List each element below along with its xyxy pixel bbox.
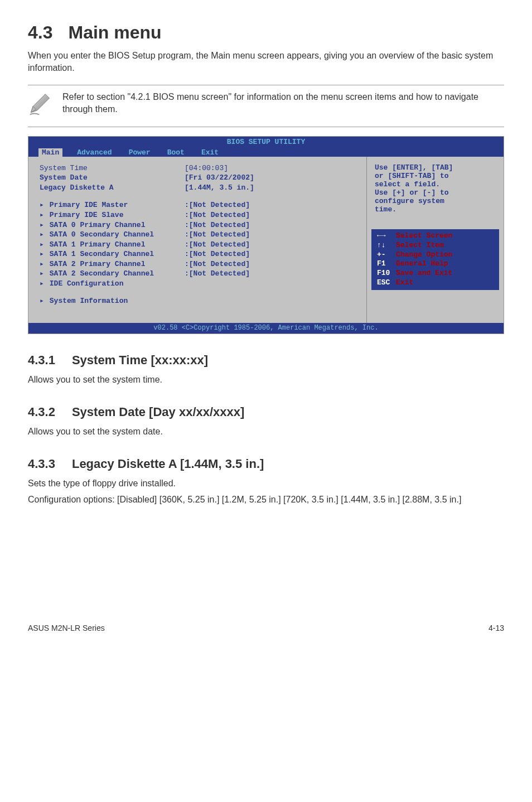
bios-label-text: SATA 0 Primary Channel <box>50 221 146 229</box>
bios-row: ▸ SATA 1 Primary Channel :[Not Detected] <box>40 240 361 250</box>
note-callout: Refer to section "4.2.1 BIOS menu screen… <box>28 85 504 127</box>
bios-row: ▸ Primary IDE Master :[Not Detected] <box>40 200 361 210</box>
bios-row: ▸ SATA 1 Secondary Channel :[Not Detecte… <box>40 249 361 259</box>
help-line: time. <box>375 205 498 214</box>
footer-right: 4-13 <box>489 624 504 632</box>
help-line: select a field. <box>375 180 498 189</box>
bios-screenshot: BIOS SETUP UTILITY Main Advanced Power B… <box>28 136 504 334</box>
bios-label-text: SATA 1 Primary Channel <box>50 240 146 249</box>
bios-label: ▸ SATA 0 Primary Channel <box>40 220 185 230</box>
submenu-arrow-icon: ▸ <box>40 210 45 220</box>
submenu-arrow-icon: ▸ <box>40 296 45 306</box>
bios-label: ▸ SATA 1 Primary Channel <box>40 240 185 250</box>
bios-row: ▸ SATA 0 Secondary Channel :[Not Detecte… <box>40 230 361 240</box>
bios-header: BIOS SETUP UTILITY Main Advanced Power B… <box>28 137 504 157</box>
section-heading: 4.3Main menu <box>28 22 504 43</box>
help-key-text: Select Screen <box>396 231 452 241</box>
bios-value: :[Not Detected] <box>185 249 361 259</box>
section-number: 4.3 <box>28 22 52 43</box>
bios-value: :[Not Detected] <box>185 220 361 230</box>
help-line: Use [ENTER], [TAB] <box>375 163 498 172</box>
footer-left: ASUS M2N-LR Series <box>28 624 105 632</box>
page-footer: ASUS M2N-LR Series 4-13 <box>28 624 504 632</box>
subsection-number: 4.3.3 <box>28 457 55 471</box>
subsection-title-text: System Date [Day xx/xx/xxxx] <box>72 405 244 419</box>
bios-value: :[Not Detected] <box>185 200 361 210</box>
bios-value <box>185 296 361 306</box>
bios-label: ▸ SATA 1 Secondary Channel <box>40 249 185 259</box>
bios-title: BIOS SETUP UTILITY <box>28 138 504 146</box>
bios-tabs: Main Advanced Power Boot Exit <box>38 148 221 157</box>
pencil-icon <box>28 91 56 119</box>
help-key: F10 <box>375 269 394 278</box>
bios-label: Legacy Diskette A <box>40 183 185 193</box>
help-key: +- <box>375 250 394 260</box>
spacer <box>40 306 361 317</box>
bios-label-text: SATA 0 Secondary Channel <box>50 230 154 239</box>
help-key-row: F1General Help <box>375 259 496 269</box>
submenu-arrow-icon: ▸ <box>40 200 45 210</box>
bios-tab-boot: Boot <box>165 148 187 157</box>
submenu-arrow-icon: ▸ <box>40 279 45 289</box>
subsection-text: Allows you to set the system time. <box>28 373 504 386</box>
bios-tab-exit: Exit <box>199 148 221 157</box>
bios-left-panel: System Time [04:00:03] System Date [Fri … <box>28 157 367 323</box>
bios-row: ▸ SATA 0 Primary Channel :[Not Detected] <box>40 220 361 230</box>
bios-row: Legacy Diskette A [1.44M, 3.5 in.] <box>40 183 361 193</box>
spacer <box>40 192 361 200</box>
help-key-text: Select Item <box>396 241 444 250</box>
subsection-heading: 4.3.3Legacy Diskette A [1.44M, 3.5 in.] <box>28 457 504 471</box>
subsection-number: 4.3.2 <box>28 405 55 419</box>
help-key-text: Exit <box>396 278 413 288</box>
help-key-row: ↑↓Select Item <box>375 241 496 250</box>
help-key-text: Save and Exit <box>396 269 452 278</box>
bios-tab-main: Main <box>38 148 62 157</box>
bios-label: ▸ IDE Configuration <box>40 279 185 289</box>
bios-value: :[Not Detected] <box>185 230 361 240</box>
note-text: Refer to section "4.2.1 BIOS menu screen… <box>56 91 504 116</box>
bios-help-keys: ←→Select Screen ↑↓Select Item +-Change O… <box>371 229 499 290</box>
bios-row: ▸ SATA 2 Secondary Channel :[Not Detecte… <box>40 269 361 279</box>
help-key: F1 <box>375 259 394 269</box>
bios-label: ▸ SATA 0 Secondary Channel <box>40 230 185 240</box>
help-key-text: Change Option <box>396 250 452 260</box>
bios-label: System Date <box>40 173 185 183</box>
subsection-number: 4.3.1 <box>28 353 55 368</box>
bios-label-text: IDE Configuration <box>50 279 124 288</box>
submenu-arrow-icon: ▸ <box>40 249 45 259</box>
bios-value: [04:00:03] <box>185 163 361 173</box>
subsection-text: Sets the type of floppy drive installed. <box>28 477 504 490</box>
help-key-text: General Help <box>396 259 448 269</box>
bios-body: System Time [04:00:03] System Date [Fri … <box>28 157 504 323</box>
help-line: or [SHIFT-TAB] to <box>375 172 498 180</box>
subsection-text: Allows you to set the system date. <box>28 425 504 438</box>
bios-value: [1.44M, 3.5 in.] <box>185 183 361 193</box>
help-key-row: ESCExit <box>375 278 496 288</box>
submenu-arrow-icon: ▸ <box>40 240 45 250</box>
bios-label: ▸ Primary IDE Slave <box>40 210 185 220</box>
subsection-heading: 4.3.2System Date [Day xx/xx/xxxx] <box>28 405 504 419</box>
spacer <box>375 214 498 229</box>
submenu-arrow-icon: ▸ <box>40 269 45 279</box>
bios-value: :[Not Detected] <box>185 259 361 269</box>
help-line: configure system <box>375 197 498 205</box>
help-line: Use [+] or [-] to <box>375 189 498 197</box>
bios-label-text: SATA 2 Secondary Channel <box>50 269 154 278</box>
bios-row: ▸ System Information <box>40 296 361 306</box>
subsection-text: Configuration options: [Disabled] [360K,… <box>28 493 504 506</box>
bios-tab-power: Power <box>127 148 153 157</box>
help-key: ←→ <box>375 231 394 241</box>
bios-tab-advanced: Advanced <box>75 148 114 157</box>
bios-label-text: SATA 2 Primary Channel <box>50 260 146 268</box>
subsection-heading: 4.3.1System Time [xx:xx:xx] <box>28 353 504 368</box>
bios-row: ▸ Primary IDE Slave :[Not Detected] <box>40 210 361 220</box>
subsection-title-text: System Time [xx:xx:xx] <box>72 353 208 367</box>
spacer <box>40 288 361 296</box>
help-key: ESC <box>375 278 394 288</box>
bios-value: :[Not Detected] <box>185 210 361 220</box>
bios-value: [Fri 03/22/2002] <box>185 173 361 183</box>
bios-help-panel: Use [ENTER], [TAB] or [SHIFT-TAB] to sel… <box>367 157 504 323</box>
bios-value: :[Not Detected] <box>185 240 361 250</box>
help-key: ↑↓ <box>375 241 394 250</box>
bios-label-text: Primary IDE Slave <box>50 211 124 219</box>
